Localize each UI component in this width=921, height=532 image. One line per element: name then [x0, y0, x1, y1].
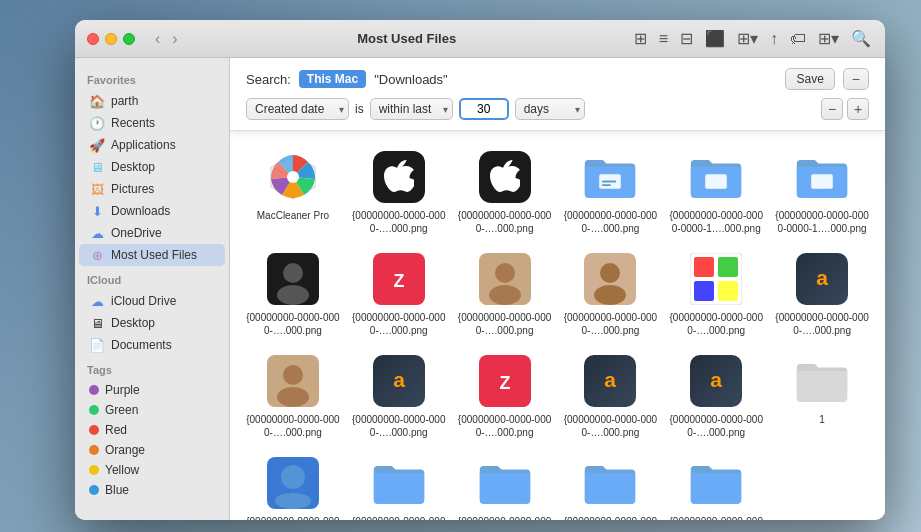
sidebar-item-desktop[interactable]: 🖥 Desktop	[79, 156, 225, 178]
file-icon-23	[688, 455, 744, 511]
sidebar-item-pictures[interactable]: 🖼 Pictures	[79, 178, 225, 200]
search-button[interactable]: 🔍	[849, 27, 873, 50]
forward-button[interactable]: ›	[168, 28, 181, 50]
file-item-4[interactable]: {00000000-0000-0000-….000.png	[560, 143, 662, 241]
file-item-9[interactable]: {00000000-0000-0000-….000.png	[454, 245, 556, 343]
filter-add-button[interactable]: +	[847, 98, 869, 120]
filter-range-select[interactable]: within last before after	[370, 98, 453, 120]
sidebar-item-icloud-desktop[interactable]: 🖥 Desktop	[79, 312, 225, 334]
file-name-19: {00000000-0000-0000-….000.png	[246, 515, 340, 520]
filter-number-input[interactable]	[459, 98, 509, 120]
file-name-13: {00000000-0000-0000-….000.png	[246, 413, 340, 439]
apps-icon: 🚀	[89, 137, 105, 153]
search-save-button[interactable]: Save	[785, 68, 834, 90]
filter-remove-button[interactable]: −	[821, 98, 843, 120]
file-item-16[interactable]: a {00000000-0000-0000-….000.png	[560, 347, 662, 445]
sidebar-item-downloads[interactable]: ⬇ Downloads	[79, 200, 225, 222]
sidebar-item-tag-blue[interactable]: Blue	[79, 480, 225, 500]
file-item-5[interactable]: {00000000-0000-0000-0000-1….000.png	[665, 143, 767, 241]
search-scope-mac[interactable]: This Mac	[299, 70, 366, 88]
sidebar-item-tag-red[interactable]: Red	[79, 420, 225, 440]
filter-range-select-wrap: within last before after	[370, 98, 453, 120]
view-more-button[interactable]: ⊞▾	[735, 27, 760, 50]
share-button[interactable]: ↑	[768, 28, 780, 50]
svg-point-28	[277, 387, 309, 407]
file-name-2: {00000000-0000-0000-….000.png	[352, 209, 446, 235]
view-columns-button[interactable]: ⊟	[678, 27, 695, 50]
group-button[interactable]: ⊞▾	[816, 27, 841, 50]
icloud-documents-icon: 📄	[89, 337, 105, 353]
file-item-18[interactable]: 1	[771, 347, 873, 445]
tag-button[interactable]: 🏷	[788, 28, 808, 50]
svg-text:a: a	[393, 368, 405, 391]
file-item-22[interactable]: {00000000-0000-0000-….000.png	[560, 449, 662, 520]
sidebar-item-applications[interactable]: 🚀 Applications	[79, 134, 225, 156]
tag-yellow-dot	[89, 465, 99, 475]
maximize-button[interactable]	[123, 33, 135, 45]
file-name-maccleaner: MacCleaner Pro	[257, 209, 329, 222]
file-name-20: {00000000-0000-0000-….000.png	[352, 515, 446, 520]
svg-rect-7	[705, 174, 727, 188]
file-item-14[interactable]: a {00000000-0000-0000-….000.png	[348, 347, 450, 445]
filter-unit-select[interactable]: days weeks months	[515, 98, 585, 120]
file-icon-5	[688, 149, 744, 205]
sidebar-item-icloud-documents-label: Documents	[111, 338, 172, 352]
file-item-17[interactable]: a {00000000-0000-0000-….000.png	[665, 347, 767, 445]
file-name-18: 1	[819, 413, 825, 426]
view-gallery-button[interactable]: ⬛	[703, 27, 727, 50]
view-list-button[interactable]: ≡	[657, 28, 670, 50]
sidebar-item-mostused[interactable]: ⊕ Most Used Files	[79, 244, 225, 266]
sidebar-item-tag-orange[interactable]: Orange	[79, 440, 225, 460]
sidebar-item-onedrive[interactable]: ☁ OneDrive	[79, 222, 225, 244]
svg-point-11	[277, 285, 309, 305]
sidebar-item-tag-green[interactable]: Green	[79, 400, 225, 420]
file-icon-13	[265, 353, 321, 409]
file-item-23[interactable]: {00000000-0000-0000-….000.png	[665, 449, 767, 520]
sidebar-item-parth[interactable]: 🏠 parth	[79, 90, 225, 112]
filter-field-select[interactable]: Created date Modified date Name Kind Siz…	[246, 98, 349, 120]
search-scope-downloads: "Downloads"	[374, 72, 448, 87]
sidebar-item-icloud-drive[interactable]: ☁ iCloud Drive	[79, 290, 225, 312]
sidebar-item-applications-label: Applications	[111, 138, 176, 152]
file-item-10[interactable]: {00000000-0000-0000-….000.png	[560, 245, 662, 343]
onedrive-icon: ☁	[89, 225, 105, 241]
search-collapse-button[interactable]: −	[843, 68, 869, 90]
svg-text:Z: Z	[393, 271, 404, 291]
tag-red-dot	[89, 425, 99, 435]
sidebar-item-recents[interactable]: 🕐 Recents	[79, 112, 225, 134]
file-item-20[interactable]: {00000000-0000-0000-….000.png	[348, 449, 450, 520]
back-button[interactable]: ‹	[151, 28, 164, 50]
svg-point-10	[283, 263, 303, 283]
svg-point-36	[275, 493, 311, 509]
sidebar-item-pictures-label: Pictures	[111, 182, 154, 196]
file-name-16: {00000000-0000-0000-….000.png	[564, 413, 658, 439]
sidebar-item-icloud-documents[interactable]: 📄 Documents	[79, 334, 225, 356]
minimize-button[interactable]	[105, 33, 117, 45]
view-icons-button[interactable]: ⊞	[632, 27, 649, 50]
file-item-maccleaner[interactable]: MacCleaner Pro	[242, 143, 344, 241]
file-item-15[interactable]: Z {00000000-0000-0000-….000.png	[454, 347, 556, 445]
file-name-5: {00000000-0000-0000-0000-1….000.png	[669, 209, 763, 235]
tag-green-dot	[89, 405, 99, 415]
file-item-13[interactable]: {00000000-0000-0000-….000.png	[242, 347, 344, 445]
sidebar-item-tag-yellow[interactable]: Yellow	[79, 460, 225, 480]
svg-text:a: a	[605, 368, 617, 391]
file-icon-6	[794, 149, 850, 205]
file-item-21[interactable]: {00000000-0000-0000-….000.png	[454, 449, 556, 520]
file-item-3[interactable]: {00000000-0000-0000-….000.png	[454, 143, 556, 241]
icloud-desktop-icon: 🖥	[89, 315, 105, 331]
downloads-icon: ⬇	[89, 203, 105, 219]
tag-blue-dot	[89, 485, 99, 495]
file-item-8[interactable]: Z {00000000-0000-0000-….000.png	[348, 245, 450, 343]
file-item-11[interactable]: {00000000-0000-0000-….000.png	[665, 245, 767, 343]
icloud-label: iCloud	[75, 266, 229, 290]
file-item-7[interactable]: {00000000-0000-0000-….000.png	[242, 245, 344, 343]
file-icon-18	[794, 353, 850, 409]
close-button[interactable]	[87, 33, 99, 45]
file-item-2[interactable]: {00000000-0000-0000-….000.png	[348, 143, 450, 241]
file-item-19[interactable]: {00000000-0000-0000-….000.png	[242, 449, 344, 520]
sidebar-item-tag-purple[interactable]: Purple	[79, 380, 225, 400]
file-item-12[interactable]: a {00000000-0000-0000-….000.png	[771, 245, 873, 343]
file-item-6[interactable]: {00000000-0000-0000-0000-1….000.png	[771, 143, 873, 241]
file-icon-16: a	[582, 353, 638, 409]
